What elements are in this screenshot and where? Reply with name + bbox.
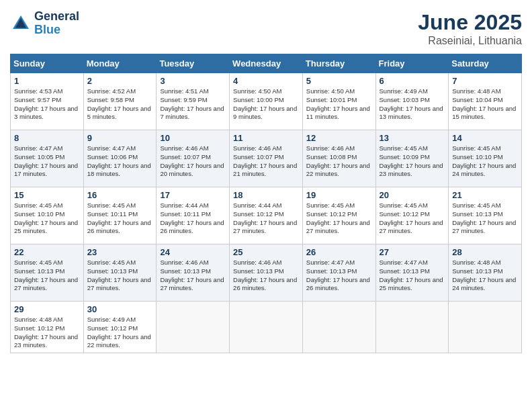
day-number: 25 [233,247,299,257]
day-info: Sunrise: 4:44 AM Sunset: 10:12 PM Daylig… [233,201,299,236]
day-info: Sunrise: 4:47 AM Sunset: 10:06 PM Daylig… [87,144,153,179]
calendar-week-row: 1 Sunrise: 4:53 AM Sunset: 9:57 PM Dayli… [11,73,522,130]
day-number: 29 [14,304,80,314]
calendar-week-row: 29 Sunrise: 4:48 AM Sunset: 10:12 PM Day… [11,302,522,353]
calendar-day-cell: 10 Sunrise: 4:46 AM Sunset: 10:07 PM Day… [157,130,230,187]
day-info: Sunrise: 4:46 AM Sunset: 10:13 PM Daylig… [233,259,299,293]
day-number: 7 [452,76,518,86]
day-number: 22 [14,247,80,257]
calendar-day-cell: 28 Sunrise: 4:48 AM Sunset: 10:13 PM Day… [449,244,522,302]
calendar-day-cell: 24 Sunrise: 4:46 AM Sunset: 10:13 PM Day… [157,244,230,302]
day-info: Sunrise: 4:51 AM Sunset: 9:59 PM Dayligh… [160,87,226,122]
day-number: 20 [380,190,445,200]
calendar-day-cell: 25 Sunrise: 4:46 AM Sunset: 10:13 PM Day… [230,244,303,302]
day-number: 12 [306,133,372,143]
calendar-day-cell: 18 Sunrise: 4:44 AM Sunset: 10:12 PM Day… [230,187,303,244]
day-number: 4 [233,76,299,86]
weekday-header: Friday [375,54,449,73]
day-number: 15 [14,190,80,200]
day-number: 19 [306,190,372,200]
day-number: 9 [87,133,153,143]
day-info: Sunrise: 4:46 AM Sunset: 10:13 PM Daylig… [160,259,226,293]
day-info: Sunrise: 4:48 AM Sunset: 10:13 PM Daylig… [452,259,518,293]
calendar-day-cell: 13 Sunrise: 4:45 AM Sunset: 10:09 PM Day… [375,130,449,187]
calendar-day-cell: 6 Sunrise: 4:49 AM Sunset: 10:03 PM Dayl… [375,73,449,130]
day-number: 2 [87,76,153,86]
day-number: 21 [452,190,518,200]
calendar-day-cell: 3 Sunrise: 4:51 AM Sunset: 9:59 PM Dayli… [157,73,230,130]
day-info: Sunrise: 4:45 AM Sunset: 10:10 PM Daylig… [14,201,80,236]
calendar-table: SundayMondayTuesdayWednesdayThursdayFrid… [10,54,522,353]
calendar-day-cell: 27 Sunrise: 4:47 AM Sunset: 10:13 PM Day… [375,244,449,302]
day-info: Sunrise: 4:53 AM Sunset: 9:57 PM Dayligh… [14,87,80,122]
calendar-day-cell [230,302,303,353]
calendar-day-cell: 12 Sunrise: 4:46 AM Sunset: 10:08 PM Day… [302,130,375,187]
title-area: June 2025 Raseiniai, Lithuania [418,10,522,47]
calendar-day-cell: 14 Sunrise: 4:45 AM Sunset: 10:10 PM Day… [449,130,522,187]
calendar-day-cell: 8 Sunrise: 4:47 AM Sunset: 10:05 PM Dayl… [11,130,84,187]
day-number: 5 [306,76,372,86]
page-header: General Blue June 2025 Raseiniai, Lithua… [10,10,522,47]
day-info: Sunrise: 4:45 AM Sunset: 10:13 PM Daylig… [87,259,153,293]
calendar-day-cell: 29 Sunrise: 4:48 AM Sunset: 10:12 PM Day… [11,302,84,353]
day-info: Sunrise: 4:48 AM Sunset: 10:12 PM Daylig… [14,316,80,350]
day-info: Sunrise: 4:47 AM Sunset: 10:05 PM Daylig… [14,144,80,179]
day-info: Sunrise: 4:50 AM Sunset: 10:01 PM Daylig… [306,87,372,122]
day-info: Sunrise: 4:46 AM Sunset: 10:07 PM Daylig… [233,144,299,179]
calendar-day-cell [375,302,449,353]
day-number: 30 [87,304,153,314]
day-info: Sunrise: 4:46 AM Sunset: 10:07 PM Daylig… [160,144,226,179]
calendar-day-cell: 16 Sunrise: 4:45 AM Sunset: 10:11 PM Day… [83,187,157,244]
day-info: Sunrise: 4:49 AM Sunset: 10:03 PM Daylig… [380,87,445,122]
day-number: 6 [380,76,445,86]
calendar-day-cell: 7 Sunrise: 4:48 AM Sunset: 10:04 PM Dayl… [449,73,522,130]
calendar-header-row: SundayMondayTuesdayWednesdayThursdayFrid… [11,54,522,73]
day-number: 18 [233,190,299,200]
calendar-day-cell: 2 Sunrise: 4:52 AM Sunset: 9:58 PM Dayli… [83,73,157,130]
logo-icon [10,13,32,34]
day-number: 11 [233,133,299,143]
calendar-day-cell: 20 Sunrise: 4:45 AM Sunset: 10:12 PM Day… [375,187,449,244]
calendar-day-cell: 4 Sunrise: 4:50 AM Sunset: 10:00 PM Dayl… [230,73,303,130]
calendar-week-row: 22 Sunrise: 4:45 AM Sunset: 10:13 PM Day… [11,244,522,302]
day-number: 10 [160,133,226,143]
calendar-day-cell [157,302,230,353]
weekday-header: Saturday [449,54,522,73]
calendar-day-cell: 23 Sunrise: 4:45 AM Sunset: 10:13 PM Day… [83,244,157,302]
location-title: Raseiniai, Lithuania [418,35,522,47]
day-number: 27 [380,247,445,257]
logo: General Blue [10,10,79,37]
calendar-day-cell: 26 Sunrise: 4:47 AM Sunset: 10:13 PM Day… [302,244,375,302]
weekday-header: Wednesday [230,54,303,73]
calendar-day-cell: 17 Sunrise: 4:44 AM Sunset: 10:11 PM Day… [157,187,230,244]
day-number: 14 [452,133,518,143]
calendar-day-cell: 19 Sunrise: 4:45 AM Sunset: 10:12 PM Day… [302,187,375,244]
calendar-day-cell: 21 Sunrise: 4:45 AM Sunset: 10:13 PM Day… [449,187,522,244]
day-number: 8 [14,133,80,143]
day-info: Sunrise: 4:47 AM Sunset: 10:13 PM Daylig… [380,259,445,293]
calendar-week-row: 15 Sunrise: 4:45 AM Sunset: 10:10 PM Day… [11,187,522,244]
day-number: 23 [87,247,153,257]
day-info: Sunrise: 4:47 AM Sunset: 10:13 PM Daylig… [306,259,372,293]
day-info: Sunrise: 4:50 AM Sunset: 10:00 PM Daylig… [233,87,299,122]
month-title: June 2025 [418,10,522,35]
day-number: 17 [160,190,226,200]
day-info: Sunrise: 4:45 AM Sunset: 10:10 PM Daylig… [452,144,518,179]
day-info: Sunrise: 4:48 AM Sunset: 10:04 PM Daylig… [452,87,518,122]
calendar-day-cell [302,302,375,353]
day-info: Sunrise: 4:45 AM Sunset: 10:13 PM Daylig… [14,259,80,293]
calendar-day-cell: 1 Sunrise: 4:53 AM Sunset: 9:57 PM Dayli… [11,73,84,130]
day-number: 28 [452,247,518,257]
day-number: 26 [306,247,372,257]
calendar-day-cell: 22 Sunrise: 4:45 AM Sunset: 10:13 PM Day… [11,244,84,302]
day-info: Sunrise: 4:49 AM Sunset: 10:12 PM Daylig… [87,316,153,350]
calendar-day-cell: 9 Sunrise: 4:47 AM Sunset: 10:06 PM Dayl… [83,130,157,187]
day-info: Sunrise: 4:45 AM Sunset: 10:12 PM Daylig… [380,201,445,236]
day-info: Sunrise: 4:44 AM Sunset: 10:11 PM Daylig… [160,201,226,236]
calendar-day-cell: 15 Sunrise: 4:45 AM Sunset: 10:10 PM Day… [11,187,84,244]
day-info: Sunrise: 4:46 AM Sunset: 10:08 PM Daylig… [306,144,372,179]
calendar-day-cell: 5 Sunrise: 4:50 AM Sunset: 10:01 PM Dayl… [302,73,375,130]
day-number: 13 [380,133,445,143]
logo-text: General Blue [34,10,79,37]
weekday-header: Sunday [11,54,84,73]
